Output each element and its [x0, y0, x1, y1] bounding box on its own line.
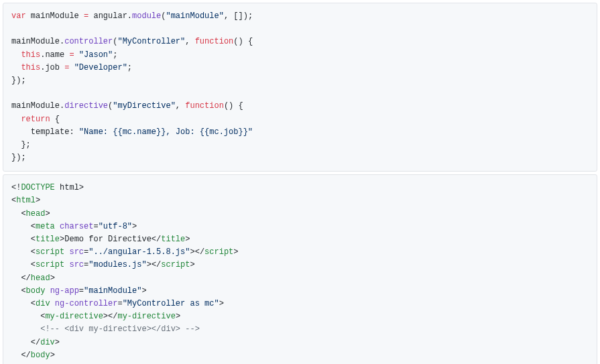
- txt: ;: [127, 63, 132, 72]
- code-line: <!-- <div my-directive></div> -->: [11, 324, 200, 334]
- indent: [11, 286, 21, 296]
- attr: charset: [60, 222, 93, 231]
- tag: title: [161, 235, 185, 244]
- txt: >: [176, 312, 180, 321]
- code-line: <script src="../angular-1.5.8.js"></scri…: [11, 247, 239, 257]
- code-line: });: [11, 153, 26, 162]
- txt: , []);: [224, 11, 253, 21]
- kw-this: this: [21, 63, 40, 72]
- txt: angular.: [88, 11, 132, 21]
- attr: ng-app: [50, 286, 79, 296]
- fn-module: module: [132, 11, 161, 21]
- str: "Name: {{mc.name}}, Job: {{mc.job}}": [79, 127, 253, 137]
- tag: div: [36, 299, 50, 308]
- txt: <!: [11, 183, 21, 192]
- indent: [11, 299, 31, 308]
- indent: [11, 338, 31, 347]
- kw: function: [185, 101, 224, 111]
- kw-var: var: [11, 11, 26, 21]
- txt: >: [50, 274, 55, 283]
- tag: script: [36, 247, 64, 257]
- code-line: this.name = "Jason";: [11, 50, 117, 60]
- code-line: };: [11, 140, 31, 149]
- code-line: mainModule.controller("MyController", fu…: [11, 37, 253, 46]
- txt: </: [31, 338, 40, 347]
- text: Demo for Directive: [64, 235, 152, 244]
- txt: </: [152, 235, 161, 244]
- indent: [11, 260, 31, 269]
- txt: >: [103, 312, 108, 321]
- code-line: <meta charset="utf-8">: [11, 222, 137, 231]
- txt: .job: [40, 63, 64, 72]
- indent: [11, 235, 31, 244]
- txt: <: [21, 286, 25, 296]
- tag: script: [161, 260, 190, 269]
- val: "MyController as mc": [123, 299, 219, 308]
- op-eq: =: [69, 50, 74, 60]
- tag: script: [36, 260, 64, 269]
- txt: </: [152, 260, 161, 269]
- tag: title: [36, 235, 60, 244]
- tag: head: [31, 274, 50, 283]
- txt: </: [108, 312, 117, 321]
- txt: >: [55, 338, 60, 347]
- txt: () {: [233, 37, 253, 46]
- txt: =: [93, 222, 98, 231]
- txt: <: [31, 235, 36, 244]
- code-line: <head>: [11, 209, 50, 219]
- txt: [69, 63, 74, 72]
- code-line: <my-directive></my-directive>: [11, 312, 180, 321]
- code-line: <div ng-controller="MyController as mc">: [11, 299, 224, 308]
- tag: body: [31, 351, 50, 360]
- txt: html: [55, 183, 79, 192]
- code-line: <body ng-app="mainModule">: [11, 286, 147, 296]
- tag: div: [40, 338, 55, 347]
- tag: html: [16, 196, 36, 205]
- txt: <: [31, 247, 36, 257]
- txt: [74, 50, 79, 60]
- txt: >: [141, 286, 146, 296]
- indent: [11, 247, 31, 257]
- txt: </: [195, 247, 204, 257]
- code-line: </div>: [11, 338, 60, 347]
- js-code-block: var mainModule = angular.module("mainMod…: [3, 3, 597, 172]
- txt: <: [21, 209, 25, 219]
- indent: [11, 63, 21, 72]
- txt: >: [50, 351, 55, 360]
- str: "mainModule": [166, 11, 223, 21]
- txt: >: [185, 235, 190, 244]
- code-line: </head>: [11, 274, 55, 283]
- indent: [11, 312, 40, 321]
- comment: <!-- <div my-directive></div> -->: [40, 324, 200, 334]
- txt: </: [21, 351, 30, 360]
- txt: .name: [40, 50, 69, 60]
- txt: =: [79, 286, 84, 296]
- txt: =: [117, 299, 122, 308]
- str: "myDirective": [113, 101, 176, 111]
- code-line: return {: [11, 115, 60, 124]
- val: "../angular-1.5.8.js": [88, 247, 190, 257]
- txt: [50, 299, 55, 308]
- tag: my-directive: [45, 312, 103, 321]
- txt: ;: [113, 50, 117, 60]
- txt: ,: [176, 101, 185, 111]
- txt: :: [69, 127, 78, 137]
- txt: <: [31, 222, 36, 231]
- txt: >: [233, 247, 238, 257]
- txt: mainModule: [26, 11, 84, 21]
- attr: src: [69, 260, 84, 269]
- txt: () {: [224, 101, 243, 111]
- attr: src: [69, 247, 84, 257]
- code-line: <title>Demo for Directive</title>: [11, 235, 190, 244]
- txt: {: [50, 115, 60, 124]
- indent: [11, 115, 21, 124]
- tag: body: [26, 286, 46, 296]
- txt: mainModule.: [11, 101, 64, 111]
- indent: [11, 50, 21, 60]
- txt: >: [132, 222, 137, 231]
- txt: >: [219, 299, 224, 308]
- attr: ng-controller: [55, 299, 118, 308]
- kw-return: return: [21, 115, 50, 124]
- code-line: </body>: [11, 351, 55, 360]
- txt: >: [190, 260, 195, 269]
